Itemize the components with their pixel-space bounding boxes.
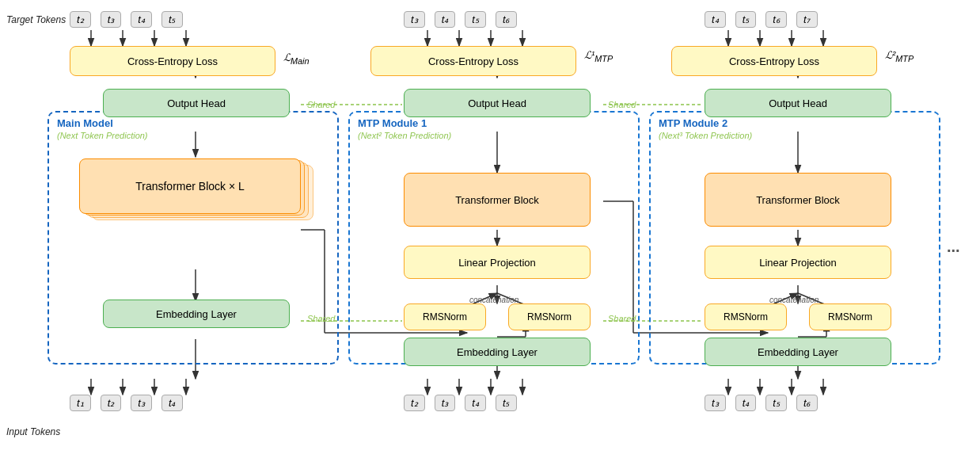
mtp2-target-t5: t₅ xyxy=(735,11,757,28)
mtp1-input-tokens: t₂ t₃ t₄ t₅ xyxy=(404,395,517,411)
mtp1-transformer: Transformer Block xyxy=(404,173,591,227)
mtp2-rmsnorm-left: RMSNorm xyxy=(705,303,787,330)
main-input-t2: t₂ xyxy=(101,395,122,411)
shared-label-output-mtp1-mtp2: Shared xyxy=(608,100,636,109)
mtp1-target-t6: t₆ xyxy=(496,11,517,28)
main-model-subtitle: (Next Token Prediction) xyxy=(57,131,148,140)
main-transformer-label: Transformer Block × L xyxy=(79,158,301,214)
shared-label-embed-mtp1-mtp2: Shared xyxy=(608,314,636,323)
mtp1-target-t5: t₅ xyxy=(465,11,486,28)
input-tokens-label: Input Tokens xyxy=(6,426,60,437)
mtp1-input-t4: t₄ xyxy=(465,395,486,411)
main-embedding: Embedding Layer xyxy=(103,300,290,328)
mtp2-transformer: Transformer Block xyxy=(705,173,891,227)
ellipsis: ... xyxy=(947,238,960,256)
mtp2-output-head: Output Head xyxy=(705,89,891,117)
main-target-tokens: t₂ t₃ t₄ t₅ xyxy=(70,11,183,28)
main-target-t3: t₃ xyxy=(101,11,122,28)
mtp2-input-t6: t₆ xyxy=(796,395,818,411)
mtp2-input-t5: t₅ xyxy=(765,395,787,411)
main-loss-label: ℒMain xyxy=(283,52,309,66)
mtp2-target-tokens: t₄ t₅ t₆ t₇ xyxy=(705,11,818,28)
mtp2-concat-label: concatenation xyxy=(769,296,819,304)
mtp1-loss-label: ℒ¹MTP xyxy=(584,49,613,63)
mtp1-border xyxy=(348,111,640,364)
main-model-title: Main Model xyxy=(57,117,113,129)
mtp2-border xyxy=(649,111,940,364)
mtp2-subtitle: (Next³ Token Prediction) xyxy=(659,131,752,140)
main-target-t2: t₂ xyxy=(70,11,91,28)
shared-label-output-main-mtp1: Shared xyxy=(307,100,335,109)
main-input-t3: t₃ xyxy=(131,395,152,411)
mtp1-output-head: Output Head xyxy=(404,89,591,117)
mtp2-cross-entropy: Cross-Entropy Loss xyxy=(671,46,877,76)
mtp2-linear-projection: Linear Projection xyxy=(705,246,891,279)
main-input-tokens: t₁ t₂ t₃ t₄ xyxy=(70,395,183,411)
mtp2-target-t6: t₆ xyxy=(765,11,787,28)
architecture-diagram: Target Tokens Input Tokens Main Model (N… xyxy=(0,0,980,458)
mtp1-target-t3: t₃ xyxy=(404,11,425,28)
mtp1-title: MTP Module 1 xyxy=(358,117,427,129)
target-tokens-label: Target Tokens xyxy=(6,14,66,25)
mtp1-subtitle: (Next² Token Prediction) xyxy=(358,131,451,140)
mtp1-concat-label: concatenation xyxy=(469,296,518,304)
main-input-t4: t₄ xyxy=(161,395,183,411)
mtp1-linear-projection: Linear Projection xyxy=(404,246,591,279)
mtp2-loss-label: ℒ²MTP xyxy=(885,49,914,63)
mtp2-embedding: Embedding Layer xyxy=(705,338,891,366)
main-target-t5: t₅ xyxy=(161,11,183,28)
main-output-head: Output Head xyxy=(103,89,290,117)
mtp2-input-tokens: t₃ t₄ t₅ t₆ xyxy=(705,395,818,411)
main-transformer-stack: Transformer Block × L xyxy=(79,158,313,261)
mtp1-input-t5: t₅ xyxy=(496,395,517,411)
mtp1-embedding: Embedding Layer xyxy=(404,338,591,366)
mtp2-input-t4: t₄ xyxy=(735,395,757,411)
mtp1-input-t3: t₃ xyxy=(435,395,456,411)
mtp1-target-t4: t₄ xyxy=(435,11,456,28)
mtp2-title: MTP Module 2 xyxy=(659,117,727,129)
main-target-t4: t₄ xyxy=(131,11,152,28)
mtp2-target-t4: t₄ xyxy=(705,11,726,28)
main-input-t1: t₁ xyxy=(70,395,91,411)
mtp2-target-t7: t₇ xyxy=(796,11,818,28)
main-cross-entropy: Cross-Entropy Loss xyxy=(70,46,275,76)
mtp1-input-t2: t₂ xyxy=(404,395,425,411)
shared-label-embed-main-mtp1: Shared xyxy=(307,314,335,323)
mtp2-input-t3: t₃ xyxy=(705,395,726,411)
mtp1-rmsnorm-right: RMSNorm xyxy=(508,303,591,330)
mtp1-target-tokens: t₃ t₄ t₅ t₆ xyxy=(404,11,517,28)
mtp1-cross-entropy: Cross-Entropy Loss xyxy=(370,46,576,76)
mtp2-rmsnorm-right: RMSNorm xyxy=(809,303,891,330)
mtp1-rmsnorm-left: RMSNorm xyxy=(404,303,486,330)
